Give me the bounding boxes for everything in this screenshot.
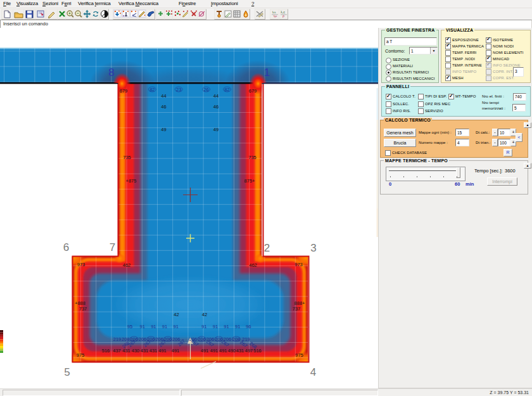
svg-text:46: 46 bbox=[161, 104, 166, 110]
svg-text:46: 46 bbox=[213, 104, 218, 110]
svg-text:44: 44 bbox=[161, 93, 166, 99]
svg-text:91: 91 bbox=[162, 324, 167, 329]
svg-text:431: 431 bbox=[236, 348, 244, 354]
svg-text:42: 42 bbox=[202, 312, 207, 317]
svg-text:679: 679 bbox=[120, 88, 128, 94]
svg-text:91: 91 bbox=[235, 324, 240, 329]
svg-text:462: 462 bbox=[249, 262, 257, 268]
svg-text:431: 431 bbox=[141, 348, 149, 354]
svg-text:49: 49 bbox=[161, 127, 166, 132]
svg-text:91: 91 bbox=[213, 324, 218, 329]
svg-text:888+: 888+ bbox=[294, 300, 306, 306]
svg-text:26: 26 bbox=[203, 87, 208, 93]
svg-text:91: 91 bbox=[140, 324, 145, 329]
svg-text:2: 2 bbox=[264, 242, 270, 254]
svg-text:679: 679 bbox=[249, 88, 257, 94]
svg-text:4: 4 bbox=[310, 366, 316, 378]
svg-text:490: 490 bbox=[228, 348, 236, 354]
svg-text:8: 8 bbox=[108, 67, 114, 79]
svg-text:44: 44 bbox=[213, 93, 218, 99]
svg-text:42: 42 bbox=[174, 312, 179, 317]
svg-text:430: 430 bbox=[132, 348, 140, 354]
svg-text:437: 437 bbox=[113, 348, 121, 354]
svg-text:973: 973 bbox=[77, 262, 86, 267]
svg-text:219: 219 bbox=[113, 336, 122, 342]
svg-text:516: 516 bbox=[253, 348, 262, 354]
svg-text:+888: +888 bbox=[75, 300, 86, 306]
svg-text:91: 91 bbox=[224, 324, 229, 329]
svg-text:737: 737 bbox=[79, 306, 87, 312]
svg-text:7: 7 bbox=[110, 241, 115, 253]
svg-text:462: 462 bbox=[123, 262, 131, 268]
svg-text:82: 82 bbox=[224, 87, 229, 93]
svg-text:+875: +875 bbox=[126, 178, 137, 184]
svg-text:737: 737 bbox=[293, 306, 301, 312]
svg-text:516: 516 bbox=[102, 348, 110, 354]
svg-text:82: 82 bbox=[149, 87, 155, 93]
svg-text:91: 91 bbox=[201, 324, 206, 329]
svg-text:49: 49 bbox=[213, 127, 218, 132]
svg-text:96: 96 bbox=[246, 324, 251, 329]
svg-text:491: 491 bbox=[172, 348, 180, 354]
svg-text:1: 1 bbox=[264, 67, 270, 79]
svg-text:95: 95 bbox=[127, 324, 132, 329]
svg-text:735: 735 bbox=[123, 155, 131, 160]
svg-text:875+: 875+ bbox=[244, 178, 256, 184]
svg-text:431: 431 bbox=[122, 348, 130, 354]
svg-text:5: 5 bbox=[64, 366, 70, 378]
svg-text:975: 975 bbox=[295, 352, 303, 358]
svg-text:491: 491 bbox=[201, 348, 209, 354]
svg-text:91: 91 bbox=[151, 324, 156, 329]
svg-text:497: 497 bbox=[245, 348, 253, 354]
svg-text:91: 91 bbox=[174, 324, 179, 329]
svg-text:975: 975 bbox=[77, 352, 85, 358]
svg-text:3: 3 bbox=[310, 242, 316, 254]
svg-text:973: 973 bbox=[294, 262, 303, 267]
svg-text:23: 23 bbox=[176, 87, 181, 93]
svg-text:431: 431 bbox=[149, 348, 158, 354]
svg-text:491: 491 bbox=[210, 348, 218, 354]
svg-text:491: 491 bbox=[158, 348, 167, 354]
svg-text:6: 6 bbox=[63, 241, 69, 253]
svg-text:491: 491 bbox=[219, 348, 227, 354]
svg-text:735: 735 bbox=[248, 155, 256, 160]
